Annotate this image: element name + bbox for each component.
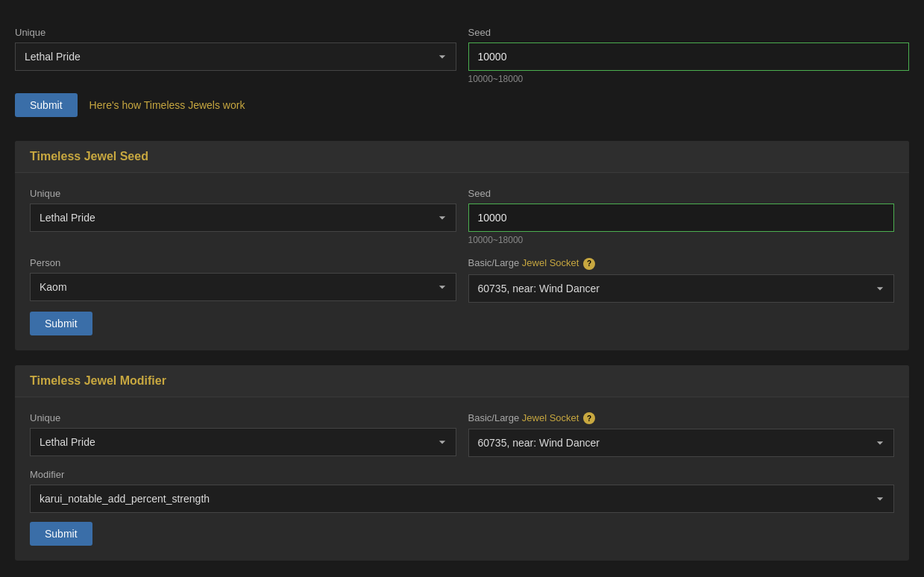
modifier-panel: Timeless Jewel Modifier Unique Lethal Pr… [15, 365, 909, 561]
modifier-submit-button[interactable]: Submit [30, 522, 92, 546]
modifier-unique-group: Unique Lethal Pride [30, 412, 456, 458]
modifier-socket-group: Basic/Large Jewel Socket ? 60735, near: … [468, 412, 895, 458]
seed-socket-group: Basic/Large Jewel Socket ? 60735, near: … [468, 257, 895, 303]
top-seed-label: Seed [468, 27, 910, 38]
seed-unique-label: Unique [30, 188, 456, 199]
seed-seed-group: Seed 10000~18000 [468, 188, 895, 245]
seed-panel: Timeless Jewel Seed Unique Lethal Pride … [15, 141, 909, 350]
top-submit-button[interactable]: Submit [15, 93, 78, 117]
seed-panel-header: Timeless Jewel Seed [15, 141, 909, 173]
modifier-socket-help-icon[interactable]: ? [583, 412, 595, 424]
top-seed-group: Seed 10000~18000 [468, 27, 910, 84]
seed-panel-title: Timeless Jewel Seed [30, 150, 148, 163]
seed-seed-label: Seed [468, 188, 895, 199]
seed-person-label: Person [30, 257, 456, 268]
top-unique-select[interactable]: Lethal Pride [15, 42, 456, 71]
modifier-socket-select[interactable]: 60735, near: Wind Dancer [468, 429, 895, 457]
seed-person-group: Person Kaom [30, 257, 456, 303]
seed-unique-group: Unique Lethal Pride [30, 188, 456, 245]
modifier-modifier-select[interactable]: karui_notable_add_percent_strength [30, 485, 894, 513]
seed-unique-select[interactable]: Lethal Pride [30, 204, 456, 232]
seed-submit-button[interactable]: Submit [30, 312, 92, 335]
seed-socket-help-icon[interactable]: ? [583, 258, 595, 270]
seed-seed-hint: 10000~18000 [468, 235, 895, 245]
top-unique-label: Unique [15, 27, 456, 38]
seed-seed-input[interactable] [468, 204, 895, 232]
modifier-modifier-group: Modifier karui_notable_add_percent_stren… [30, 469, 894, 513]
top-seed-input[interactable] [468, 42, 910, 71]
seed-socket-select[interactable]: 60735, near: Wind Dancer [468, 274, 895, 303]
modifier-modifier-label: Modifier [30, 469, 894, 480]
top-form: Unique Lethal Pride Seed 10000~18000 Sub… [15, 15, 909, 126]
seed-person-select[interactable]: Kaom [30, 273, 456, 301]
timeless-jewels-link[interactable]: Here's how Timeless Jewels work [89, 99, 245, 111]
seed-panel-body: Unique Lethal Pride Seed 10000~18000 Per… [15, 173, 909, 350]
top-unique-group: Unique Lethal Pride [15, 27, 456, 84]
modifier-panel-title: Timeless Jewel Modifier [30, 374, 166, 387]
modifier-unique-select[interactable]: Lethal Pride [30, 428, 456, 456]
seed-socket-label: Basic/Large Jewel Socket ? [468, 257, 895, 270]
modifier-panel-body: Unique Lethal Pride Basic/Large Jewel So… [15, 397, 909, 561]
top-seed-hint: 10000~18000 [468, 74, 910, 84]
modifier-unique-label: Unique [30, 412, 456, 423]
modifier-socket-label: Basic/Large Jewel Socket ? [468, 412, 895, 425]
modifier-panel-header: Timeless Jewel Modifier [15, 365, 909, 397]
